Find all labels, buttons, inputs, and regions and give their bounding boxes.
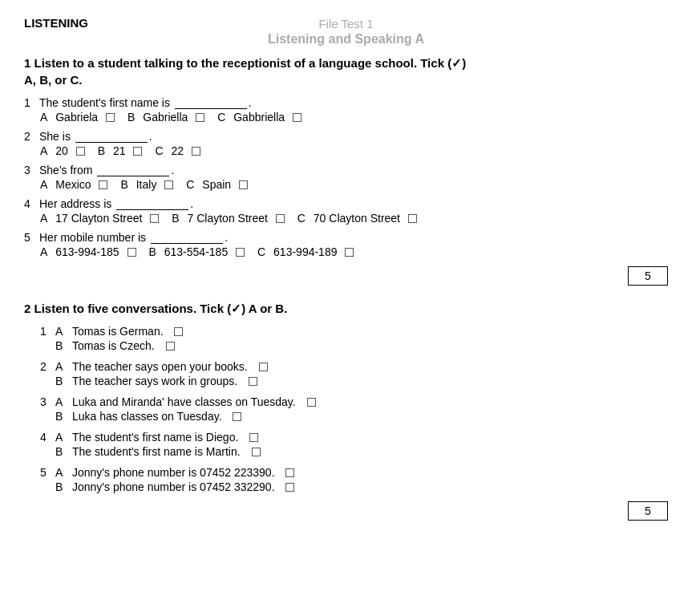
- option-text: Luka has classes on Tuesday.: [72, 410, 222, 423]
- option-checkbox-C[interactable]: [408, 214, 417, 223]
- q1-4-number: 4: [24, 197, 35, 210]
- q2-5-option-A[interactable]: 5AJonny's phone number is 07452 223390.: [40, 466, 668, 479]
- q1-3-option-C[interactable]: C Spain: [186, 178, 248, 191]
- option-letter: B: [127, 111, 135, 124]
- q1-2-number: 2: [24, 130, 35, 143]
- q1-1-number: 1: [24, 96, 35, 109]
- option-letter: B: [55, 480, 68, 493]
- option-label: 70 Clayton Street: [314, 212, 400, 225]
- option-label: 613-994-185: [55, 245, 119, 258]
- option-checkbox-C[interactable]: [293, 113, 301, 122]
- option-checkbox-A[interactable]: [249, 433, 258, 442]
- q1-3-text: She's from .: [39, 164, 174, 176]
- q2-1-option-A[interactable]: 1ATomas is German.: [40, 325, 668, 338]
- option-text: Tomas is Czech.: [72, 339, 155, 352]
- option-checkbox-A[interactable]: [174, 327, 183, 336]
- section1-title-line2: A, B, or C.: [24, 73, 83, 87]
- q2-5-option-B[interactable]: BJonny's phone number is 07452 332290.: [40, 480, 668, 493]
- option-text: Tomas is German.: [72, 325, 164, 338]
- section2-score-box: 5: [24, 501, 668, 521]
- option-letter: B: [55, 445, 68, 458]
- option-checkbox-A[interactable]: [127, 248, 136, 257]
- option-text: The teacher says work in groups.: [72, 375, 237, 387]
- option-checkbox-B[interactable]: [249, 377, 257, 386]
- option-checkbox-A[interactable]: [307, 398, 316, 407]
- q1-3-option-A[interactable]: A Mexico: [40, 178, 107, 191]
- section1-question-1: 1The student's first name is .A Gabriela…: [24, 96, 668, 124]
- option-checkbox-A[interactable]: [150, 214, 159, 223]
- q1-1-option-C[interactable]: C Gabbriella: [217, 111, 301, 124]
- section1-question-3: 3She's from .A Mexico B Italy C Spain: [24, 164, 668, 191]
- q1-2-option-A[interactable]: A 20: [40, 144, 85, 157]
- option-letter: A: [55, 466, 68, 479]
- option-letter: A: [55, 431, 68, 444]
- option-checkbox-B[interactable]: [233, 412, 241, 421]
- q2-1-number: 1: [40, 325, 51, 338]
- option-letter: B: [55, 410, 68, 423]
- q1-1-option-B[interactable]: B Gabriella: [127, 111, 204, 124]
- q1-2-option-C[interactable]: C 22: [155, 144, 200, 157]
- section1-question-2: 2She is .A 20 B 21 C 22: [24, 130, 668, 157]
- q1-5-option-A[interactable]: A 613-994-185: [40, 245, 136, 258]
- section1-questions: 1The student's first name is .A Gabriela…: [24, 96, 668, 258]
- section2-score: 5: [628, 501, 668, 521]
- q1-1-option-A[interactable]: A Gabriela: [40, 111, 115, 124]
- option-checkbox-A[interactable]: [285, 468, 294, 477]
- option-letter: C: [186, 178, 194, 191]
- option-letter: C: [297, 212, 306, 225]
- option-checkbox-B[interactable]: [133, 147, 142, 156]
- q2-4-option-A[interactable]: 4AThe student's first name is Diego.: [40, 431, 668, 444]
- q2-2-option-A[interactable]: 2AThe teacher says open your books.: [40, 360, 668, 373]
- q2-2-option-B[interactable]: BThe teacher says work in groups.: [40, 375, 668, 387]
- option-checkbox-C[interactable]: [239, 180, 248, 189]
- option-letter: B: [55, 339, 68, 352]
- option-letter: B: [55, 375, 68, 387]
- q2-4-option-B[interactable]: BThe student's first name is Martin.: [40, 445, 668, 458]
- q2-3-option-B[interactable]: BLuka has classes on Tuesday.: [40, 410, 668, 423]
- option-letter: B: [172, 212, 179, 225]
- option-checkbox-B[interactable]: [196, 113, 204, 122]
- option-checkbox-B[interactable]: [236, 248, 245, 257]
- option-checkbox-A[interactable]: [76, 147, 85, 156]
- section1-title: 1 Listen to a student talking to the rec…: [24, 55, 668, 88]
- option-checkbox-B[interactable]: [166, 342, 175, 351]
- option-checkbox-B[interactable]: [276, 214, 285, 223]
- q2-3-number: 3: [40, 395, 51, 408]
- section1-title-prefix: 1 Listen to a student talking to the rec…: [24, 56, 451, 70]
- option-checkbox-B[interactable]: [164, 180, 173, 189]
- option-checkbox-A[interactable]: [99, 180, 107, 189]
- q1-2-option-B[interactable]: B 21: [98, 144, 143, 157]
- option-checkbox-C[interactable]: [192, 147, 200, 156]
- option-letter: B: [149, 245, 156, 258]
- q2-3-option-A[interactable]: 3ALuka and Miranda' have classes on Tues…: [40, 395, 668, 408]
- q1-3-number: 3: [24, 164, 35, 176]
- q1-3-option-B[interactable]: B Italy: [120, 178, 173, 191]
- option-checkbox-A[interactable]: [106, 113, 115, 122]
- section1-question-5: 5Her mobile number is .A 613-994-185 B 6…: [24, 231, 668, 258]
- option-label: 613-994-189: [273, 245, 337, 258]
- q1-4-option-C[interactable]: C 70 Clayton Street: [297, 212, 417, 225]
- q1-5-number: 5: [24, 231, 35, 244]
- q2-1-option-B[interactable]: BTomas is Czech.: [40, 339, 668, 352]
- option-letter: C: [217, 111, 225, 124]
- q1-5-option-C[interactable]: C 613-994-189: [257, 245, 354, 258]
- q1-5-option-B[interactable]: B 613-554-185: [149, 245, 245, 258]
- q1-2-text: She is .: [39, 130, 152, 143]
- q2-5-number: 5: [40, 466, 51, 479]
- option-label: 20: [55, 144, 68, 157]
- option-letter: B: [98, 144, 105, 157]
- section2-title: 2 Listen to five conversations. Tick (✓)…: [24, 300, 668, 317]
- option-checkbox-B[interactable]: [285, 483, 294, 492]
- option-label: Mexico: [55, 178, 91, 191]
- option-letter: C: [155, 144, 163, 157]
- section1-score: 5: [628, 266, 668, 286]
- q1-4-option-B[interactable]: B 7 Clayton Street: [172, 212, 285, 225]
- option-checkbox-B[interactable]: [252, 448, 261, 456]
- option-checkbox-C[interactable]: [345, 248, 354, 257]
- option-text: The student's first name is Martin.: [72, 445, 241, 458]
- subtitle-header: Listening and Speaking A: [24, 32, 668, 47]
- q1-4-option-A[interactable]: A 17 Clayton Street: [40, 212, 159, 225]
- tick-symbol-1: ✓: [451, 56, 462, 70]
- q1-4-text: Her address is .: [39, 197, 193, 210]
- option-checkbox-A[interactable]: [259, 363, 268, 371]
